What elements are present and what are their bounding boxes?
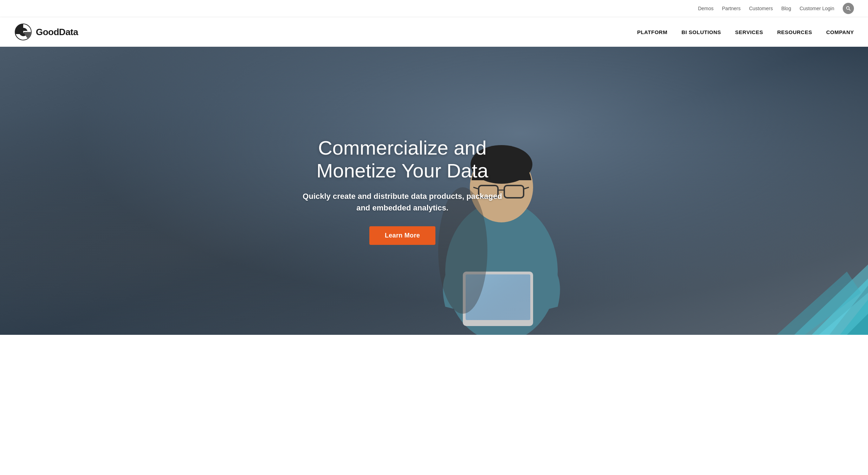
search-icon (846, 6, 851, 11)
nav-platform[interactable]: PLATFORM (637, 29, 667, 35)
search-button[interactable] (843, 3, 854, 14)
nav-company[interactable]: COMPANY (826, 29, 854, 35)
demos-link[interactable]: Demos (698, 6, 713, 11)
customer-login-link[interactable]: Customer Login (799, 6, 834, 11)
nav-links: PLATFORM BI SOLUTIONS SERVICES RESOURCES… (637, 29, 854, 35)
customers-link[interactable]: Customers (749, 6, 773, 11)
hero-section: Commercialize and Monetize Your Data Qui… (0, 47, 868, 335)
hero-headline: Commercialize and Monetize Your Data (297, 137, 508, 182)
hero-content: Commercialize and Monetize Your Data Qui… (297, 137, 508, 245)
logo-text: GoodData (36, 27, 78, 38)
logo[interactable]: GoodData (14, 23, 78, 41)
nav-bi-solutions[interactable]: BI SOLUTIONS (681, 29, 721, 35)
geo-decoration (741, 236, 868, 335)
hero-subhead: Quickly create and distribute data produ… (297, 190, 508, 214)
nav-resources[interactable]: RESOURCES (777, 29, 812, 35)
learn-more-button[interactable]: Learn More (369, 226, 435, 245)
svg-line-1 (849, 9, 850, 11)
nav-services[interactable]: SERVICES (735, 29, 763, 35)
main-nav: GoodData PLATFORM BI SOLUTIONS SERVICES … (0, 17, 868, 47)
partners-link[interactable]: Partners (722, 6, 741, 11)
logo-icon (14, 23, 32, 41)
blog-link[interactable]: Blog (781, 6, 791, 11)
top-bar: Demos Partners Customers Blog Customer L… (0, 0, 868, 17)
